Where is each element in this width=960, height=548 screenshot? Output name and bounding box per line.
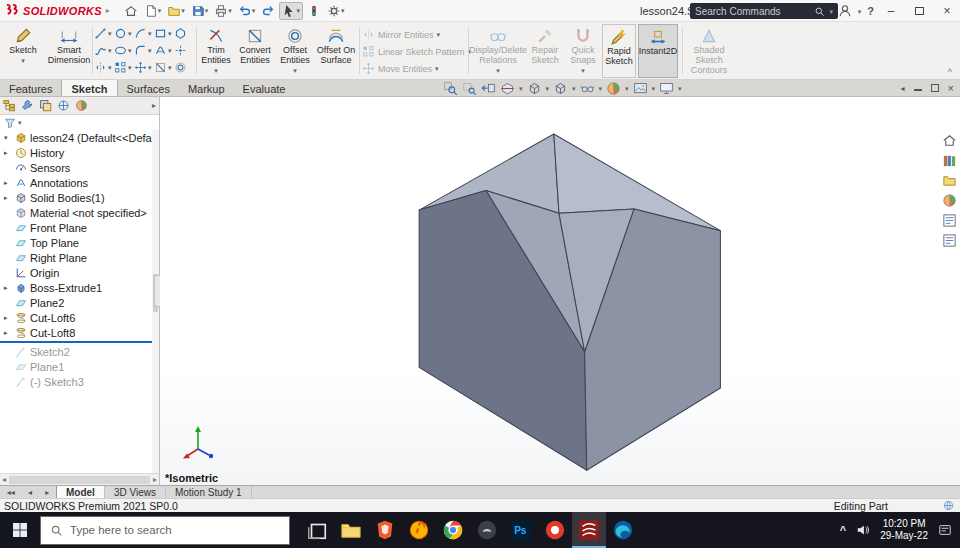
tree-item-front-plane[interactable]: Front Plane: [0, 220, 152, 235]
resources-home-icon[interactable]: [942, 133, 957, 148]
trim-entities-button[interactable]: Trim Entities ▾: [199, 24, 233, 78]
apply-scene-icon[interactable]: [633, 81, 648, 96]
edge-button[interactable]: [606, 512, 640, 548]
zoom-fit-icon[interactable]: [443, 81, 458, 96]
pane-expand-icon[interactable]: ▸: [152, 101, 156, 110]
section-view-icon[interactable]: [500, 81, 515, 96]
appearances-icon[interactable]: [942, 193, 957, 208]
filter-funnel-icon[interactable]: [4, 117, 16, 129]
red-app-button[interactable]: [538, 512, 572, 548]
brave-button[interactable]: [368, 512, 402, 548]
select-button[interactable]: ▾: [279, 2, 303, 20]
expand-arrow-icon[interactable]: ▸: [4, 314, 8, 322]
tree-item-plane2[interactable]: Plane2: [0, 295, 152, 310]
file-explorer-button[interactable]: [334, 512, 368, 548]
notification-center-icon[interactable]: [938, 523, 952, 537]
tray-expand-icon[interactable]: ^: [840, 524, 846, 536]
arc-tool[interactable]: ▾: [134, 25, 154, 42]
tree-item-right-plane[interactable]: Right Plane: [0, 250, 152, 265]
display-delete-relations-button[interactable]: Display/Delete Relations ▾: [472, 24, 524, 78]
tree-horizontal-scrollbar[interactable]: ◂ ▸: [0, 473, 159, 485]
close-button[interactable]: ×: [936, 4, 958, 18]
redo-button[interactable]: [259, 2, 277, 20]
photoshop-button[interactable]: Ps: [504, 512, 538, 548]
options-button[interactable]: ▾: [325, 2, 347, 20]
hide-show-items-icon[interactable]: [580, 81, 595, 96]
configuration-manager-tab-icon[interactable]: [39, 99, 52, 112]
tab-surfaces[interactable]: Surfaces: [118, 80, 179, 96]
dark-app-button[interactable]: [470, 512, 504, 548]
file-explorer-pane-icon[interactable]: [942, 173, 957, 188]
tree-root-item[interactable]: ▾ lesson24 (Default<<Default>_Display: [0, 130, 152, 145]
sketch-button[interactable]: Sketch ▾: [2, 24, 44, 78]
expand-arrow-icon[interactable]: ▸: [4, 179, 8, 187]
search-commands-box[interactable]: Search Commands ▾: [690, 3, 838, 19]
tree-item-origin[interactable]: Origin: [0, 265, 152, 280]
tab-evaluate[interactable]: Evaluate: [234, 80, 295, 96]
tab-model[interactable]: Model: [56, 486, 105, 498]
rebuild-button[interactable]: [305, 2, 323, 20]
dimxpert-tab-icon[interactable]: [57, 99, 70, 112]
point-tool[interactable]: [174, 42, 194, 59]
new-document-button[interactable]: ▾: [142, 2, 164, 20]
polygon-tool[interactable]: [174, 25, 194, 42]
tree-item-solid-bodies[interactable]: ▸ Solid Bodies(1): [0, 190, 152, 205]
help-icon[interactable]: ?: [867, 5, 874, 17]
tab-features[interactable]: Features: [0, 80, 61, 96]
tab-markup[interactable]: Markup: [179, 80, 234, 96]
tree-item-boss-extrude1[interactable]: ▸ Boss-Extrude1: [0, 280, 152, 295]
expand-arrow-icon[interactable]: ▸: [4, 194, 8, 202]
view-orientation-icon[interactable]: [527, 81, 542, 96]
user-account-icon[interactable]: [838, 4, 852, 18]
display-style-icon[interactable]: [553, 81, 568, 96]
taskbar-search-box[interactable]: Type here to search: [40, 516, 290, 545]
spline-tool[interactable]: ▾: [94, 42, 114, 59]
text-tool[interactable]: ▾: [154, 42, 174, 59]
rollback-bar[interactable]: [0, 341, 152, 343]
expand-arrow-icon[interactable]: ▾: [4, 134, 8, 142]
display-manager-tab-icon[interactable]: [75, 99, 88, 112]
pane-left-icon[interactable]: ◂: [901, 84, 905, 93]
undo-button[interactable]: ▾: [236, 2, 258, 20]
taskbar-clock[interactable]: 10:20 PM 29-May-22: [880, 518, 928, 543]
scrollbar-thumb[interactable]: [9, 476, 150, 484]
offset-on-surface-button[interactable]: Offset On Surface: [315, 24, 357, 78]
start-button[interactable]: [0, 512, 40, 548]
property-manager-tab-icon[interactable]: [21, 99, 34, 112]
tree-item-history[interactable]: ▸ History: [0, 145, 152, 160]
tab-3d-views[interactable]: 3D Views: [105, 486, 166, 498]
chrome-button[interactable]: [436, 512, 470, 548]
expand-arrow-icon[interactable]: ▸: [4, 284, 8, 292]
pattern-tool[interactable]: ▾: [114, 59, 134, 76]
convert-entities-button[interactable]: Convert Entities: [235, 24, 275, 78]
tree-item-cut-loft6[interactable]: ▸ Cut-Loft6: [0, 310, 152, 325]
tree-item-material[interactable]: Material <not specified>: [0, 205, 152, 220]
tree-item-sensors[interactable]: Sensors: [0, 160, 152, 175]
offset-tool[interactable]: [174, 59, 194, 76]
ellipse-tool[interactable]: ▾: [114, 42, 134, 59]
print-button[interactable]: ▾: [212, 2, 234, 20]
tree-item-cut-loft8[interactable]: ▸ Cut-Loft8: [0, 325, 152, 340]
previous-view-icon[interactable]: [481, 81, 496, 96]
firefox-button[interactable]: [402, 512, 436, 548]
doc-close-icon[interactable]: ×: [948, 82, 954, 94]
custom-properties-icon[interactable]: [942, 213, 957, 228]
move-tool[interactable]: ▾: [134, 59, 154, 76]
shaded-sketch-contours-button[interactable]: Shaded Sketch Contours: [686, 24, 732, 78]
next-tab-icon[interactable]: ▸: [45, 488, 49, 497]
feature-tree-tab-icon[interactable]: [3, 99, 16, 112]
brand-menu-arrow-icon[interactable]: ▸: [106, 6, 110, 15]
instant2d-button[interactable]: Instant2D: [638, 24, 678, 78]
rectangle-tool[interactable]: ▾: [154, 25, 174, 42]
mirror-entities-button[interactable]: Mirror Entities ▾: [362, 26, 466, 43]
doc-restore-icon[interactable]: [931, 84, 939, 92]
edit-appearance-icon[interactable]: [606, 81, 621, 96]
smart-dimension-button[interactable]: Smart Dimension: [46, 24, 92, 78]
expand-arrow-icon[interactable]: ▸: [4, 329, 8, 337]
zoom-area-icon[interactable]: [462, 81, 477, 96]
offset-entities-button[interactable]: Offset Entities ▾: [277, 24, 313, 78]
quick-snaps-button[interactable]: Quick Snaps ▾: [566, 24, 600, 78]
save-button[interactable]: ▾: [189, 2, 211, 20]
open-button[interactable]: ▾: [165, 2, 187, 20]
expand-arrow-icon[interactable]: ▸: [4, 149, 8, 157]
